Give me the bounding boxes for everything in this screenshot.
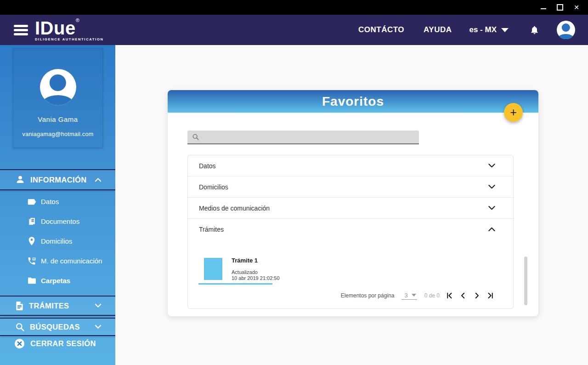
nav-contacto[interactable]: CONTÁCTO xyxy=(358,25,404,34)
notifications-button[interactable] xyxy=(530,25,539,35)
favorites-accordion: Datos Domicilios Medios de comunicación … xyxy=(187,155,514,309)
page-size-value: 3 xyxy=(404,292,407,299)
nav-ayuda[interactable]: AYUDA xyxy=(424,25,452,34)
sidebar-item-domicilios[interactable]: Domicilios xyxy=(0,231,115,251)
first-page-icon xyxy=(445,291,453,300)
document-icon xyxy=(15,301,24,311)
person-icon xyxy=(15,175,25,185)
maximize-button[interactable] xyxy=(553,1,567,13)
sidebar-section-label: TRÁMITES xyxy=(29,302,69,310)
chevron-down-icon xyxy=(95,303,102,308)
page-size-select[interactable]: 3 xyxy=(401,292,417,300)
sidebar-section-busquedas[interactable]: BÚSQUEDAS xyxy=(0,318,115,336)
profile-email: vaniagamag@hotmail.com xyxy=(23,131,94,137)
plus-icon: + xyxy=(510,106,517,119)
sidebar-item-carpetas[interactable]: Carpetas xyxy=(0,271,115,291)
sidebar-item-label: Carpetas xyxy=(41,277,70,285)
sidebar-item-m-de-comunicacion[interactable]: M. de comunicación xyxy=(0,251,115,271)
window-titlebar: ✕ xyxy=(0,0,588,15)
items-per-page-label: Elementos por página xyxy=(341,292,395,299)
sidebar-item-label: Domicilios xyxy=(41,237,72,245)
phone-icon xyxy=(27,257,37,266)
chevron-right-icon xyxy=(473,291,481,300)
avatar-icon xyxy=(50,74,66,91)
sidebar-section-label: BÚSQUEDAS xyxy=(30,323,80,331)
paginator: Elementos por página 3 0 de 0 xyxy=(341,291,495,300)
folder-icon xyxy=(27,277,37,285)
tramite-date: 10 abr 2019 21:02:50 xyxy=(232,275,280,281)
accordion-section-tramites[interactable]: Trámites xyxy=(188,219,513,240)
sidebar-section-tramites[interactable]: TRÁMITES xyxy=(0,296,115,316)
first-page-button[interactable] xyxy=(445,291,453,300)
registered-mark: ® xyxy=(76,17,79,23)
sidebar-section-informacion[interactable]: INFORMACIÓN xyxy=(0,169,115,190)
sidebar-item-documentos[interactable]: Documentos xyxy=(0,211,115,231)
tramite-underline xyxy=(198,283,272,285)
accordion-section-medios[interactable]: Medios de comunicación xyxy=(188,198,513,219)
favorites-search xyxy=(187,131,419,144)
logo-tagline: DILIGENCE AUTHENTICATION xyxy=(35,38,104,41)
close-icon: ✕ xyxy=(574,4,579,11)
sidebar-section-label: INFORMACIÓN xyxy=(30,176,87,184)
logout-label: CERRAR SESIÓN xyxy=(30,339,96,348)
sidebar-item-label: Datos xyxy=(41,198,59,205)
chevron-down-icon xyxy=(501,28,509,32)
close-button[interactable]: ✕ xyxy=(570,1,583,13)
profile-avatar xyxy=(40,69,76,105)
chevron-down-icon xyxy=(488,163,496,168)
avatar-icon xyxy=(562,23,570,32)
close-circle-icon xyxy=(14,338,25,349)
sidebar-informacion-items: Datos Documentos Domicilios M. de comuni… xyxy=(0,192,115,291)
chevron-down-icon xyxy=(412,294,416,297)
sidebar-item-label: Documentos xyxy=(41,217,79,225)
hamburger-menu-icon[interactable] xyxy=(14,23,28,37)
minimize-button[interactable] xyxy=(537,1,550,13)
tramite-thumbnail xyxy=(204,258,222,280)
header-actions: CONTÁCTO AYUDA es - MX xyxy=(339,21,588,39)
accordion-label: Medios de comunicación xyxy=(199,205,488,212)
user-avatar-button[interactable] xyxy=(557,21,575,39)
chevron-up-icon xyxy=(95,177,102,182)
chevron-down-icon xyxy=(95,325,102,329)
language-value: es - MX xyxy=(469,25,497,34)
logout-button[interactable]: CERRAR SESIÓN xyxy=(0,336,115,351)
chevron-left-icon xyxy=(459,291,467,300)
search-icon xyxy=(15,322,25,332)
accordion-label: Datos xyxy=(199,162,488,170)
tramite-status: Actualizado xyxy=(232,269,258,275)
tramite-title: Trámite 1 xyxy=(232,257,258,264)
favoritos-card: Favoritos + Datos Domicilios xyxy=(168,90,538,316)
search-input[interactable] xyxy=(203,130,415,144)
accordion-section-datos[interactable]: Datos xyxy=(188,155,513,177)
accordion-label: Domicilios xyxy=(199,183,488,191)
add-favorite-button[interactable]: + xyxy=(504,103,523,122)
page-range-label: 0 de 0 xyxy=(424,292,440,299)
accordion-section-domicilios[interactable]: Domicilios xyxy=(188,177,513,198)
previous-page-button[interactable] xyxy=(459,291,467,300)
last-page-icon xyxy=(486,291,495,300)
chevron-down-icon xyxy=(488,184,496,189)
profile-name: Vania Gama xyxy=(38,115,78,123)
card-scrollbar-thumb[interactable] xyxy=(524,257,527,305)
minimize-icon xyxy=(541,8,546,9)
sidebar-item-label: M. de comunicación xyxy=(41,257,102,265)
sidebar-item-datos[interactable]: Datos xyxy=(0,192,115,211)
label-icon xyxy=(27,198,37,205)
accordion-label: Trámites xyxy=(199,226,488,233)
maximize-icon xyxy=(557,4,563,11)
bell-icon xyxy=(530,25,539,35)
app-logo: IDue® DILIGENCE AUTHENTICATION xyxy=(35,19,104,41)
language-selector[interactable]: es - MX xyxy=(469,25,509,34)
logo-text: IDue xyxy=(35,18,76,38)
next-page-button[interactable] xyxy=(473,291,481,300)
map-pin-icon xyxy=(27,236,37,246)
documents-icon xyxy=(27,217,37,226)
main-content: Favoritos + Datos Domicilios xyxy=(115,45,588,365)
chevron-up-icon xyxy=(488,227,496,232)
last-page-button[interactable] xyxy=(486,291,495,300)
profile-card: Vania Gama vaniagamag@hotmail.com xyxy=(13,48,103,148)
sidebar: Vania Gama vaniagamag@hotmail.com INFORM… xyxy=(0,45,115,365)
page-title: Favoritos xyxy=(322,94,384,109)
chevron-down-icon xyxy=(488,205,496,211)
search-icon xyxy=(192,133,199,141)
